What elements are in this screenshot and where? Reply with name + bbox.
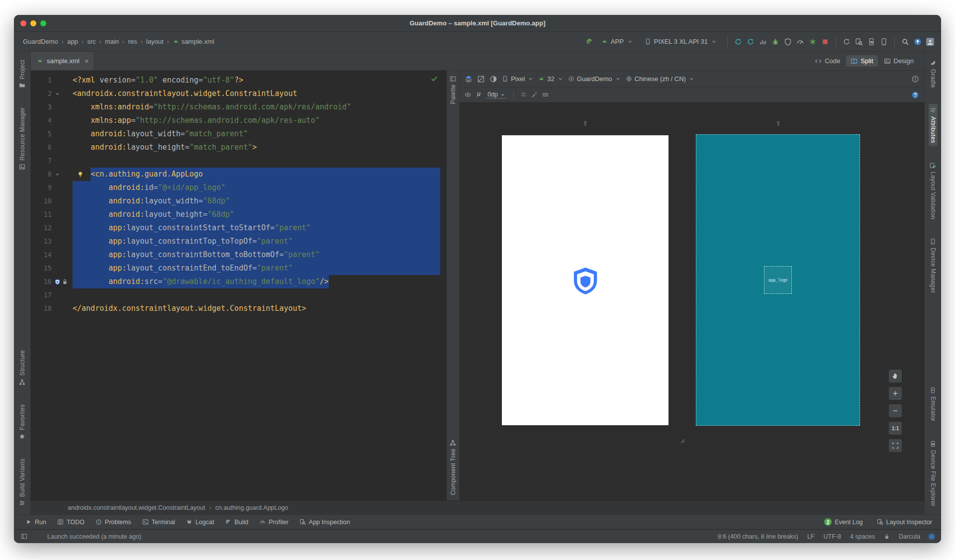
sidebar-item-attributes[interactable]: Attributes (929, 104, 938, 146)
view-mode-split[interactable]: Split (846, 55, 877, 67)
code-line-6[interactable]: 6 android:layout_height="match_parent"> (31, 141, 446, 154)
code-line-2[interactable]: 2<androidx.constraintlayout.widget.Const… (31, 87, 446, 100)
tool-window-button-logcat[interactable]: Logcat (182, 517, 219, 527)
editor-tab-sample-xml[interactable]: sample.xml × (31, 52, 95, 70)
indent-setting[interactable]: 4 spaces (850, 533, 875, 540)
lock-icon[interactable] (884, 534, 890, 540)
breadcrumb-item-res[interactable]: res (128, 38, 137, 45)
minimize-window-button[interactable] (30, 20, 36, 26)
search-icon[interactable] (901, 38, 909, 46)
code-line-4[interactable]: 4 xmlns:app="http://schemas.android.com/… (31, 114, 446, 127)
code-line-5[interactable]: 5 android:layout_width="match_parent" (31, 127, 446, 141)
view-mode-design[interactable]: Design (879, 55, 918, 67)
apply-code-changes-icon[interactable] (747, 38, 755, 46)
view-options-icon[interactable] (465, 92, 471, 98)
palette-tab[interactable]: Palette (450, 76, 457, 104)
sync-project-icon[interactable] (843, 38, 851, 46)
sidebar-item-build-variants[interactable]: Build Variants (18, 456, 27, 509)
issue-panel-icon[interactable] (911, 75, 919, 83)
component-tree-tab[interactable]: Component Tree (450, 440, 457, 495)
sidebar-item-gradle[interactable]: Gradle (929, 57, 938, 91)
design-surface-icon[interactable] (465, 75, 473, 83)
help-icon[interactable] (911, 91, 919, 99)
blueprint-preview[interactable]: app_logo (696, 134, 860, 426)
code-line-3[interactable]: 3 xmlns:android="http://schemas.android.… (31, 100, 446, 114)
tool-window-button-terminal[interactable]: Terminal (138, 517, 180, 527)
code-line-18[interactable]: 18</androidx.constraintlayout.widget.Con… (31, 302, 446, 315)
profile-app-icon[interactable] (759, 38, 767, 46)
default-margins-dropdown[interactable]: 0dp (486, 91, 507, 98)
code-line-8[interactable]: 8 <cn.authing.guard.AppLogo (31, 168, 446, 181)
breadcrumb-item-guarddemo[interactable]: GuardDemo (23, 38, 58, 45)
editor-breadcrumb-item[interactable]: androidx.constraintlayout.widget.Constra… (68, 504, 205, 511)
sidebar-item-layout-validation[interactable]: Layout Validation (929, 159, 938, 222)
code-line-14[interactable]: 14 app:layout_constraintBottom_toBottomO… (31, 248, 446, 262)
theme-name[interactable]: Darcula (899, 533, 920, 540)
close-window-button[interactable] (20, 20, 26, 26)
sidebar-item-project[interactable]: Project (18, 57, 27, 92)
sidebar-item-favorites[interactable]: Favorites (18, 401, 27, 443)
editor-breadcrumb-item[interactable]: cn.authing.guard.AppLogo (215, 504, 288, 511)
tool-window-button-problems[interactable]: Problems (91, 517, 136, 527)
infer-constraints-icon[interactable] (531, 92, 538, 98)
code-line-1[interactable]: 1<?xml version="1.0" encoding="utf-8"?> (31, 74, 446, 87)
code-line-15[interactable]: 15 app:layout_constraintEnd_toEndOf="par… (31, 262, 446, 275)
event-log-button[interactable]: 2 Event Log (822, 517, 864, 527)
zoom-out-button[interactable] (888, 404, 902, 418)
updates-icon[interactable] (914, 38, 922, 46)
sidebar-item-emulator[interactable]: Emulator (929, 384, 938, 424)
autoconnect-icon[interactable] (476, 92, 482, 98)
breadcrumb-item-src[interactable]: src (87, 38, 96, 45)
api-version-dropdown[interactable]: 32 (538, 75, 563, 83)
locale-dropdown[interactable]: Chinese (zh / CN) (626, 75, 695, 83)
caret-position[interactable]: 8:6 (400 chars, 8 line breaks) (718, 533, 798, 540)
device-for-preview-dropdown[interactable]: Pixel (502, 75, 534, 83)
code-line-16[interactable]: 16 android:src="@drawable/ic_authing_def… (31, 275, 446, 288)
zoom-in-button[interactable] (888, 386, 902, 400)
theme-dropdown[interactable]: GuardDemo (568, 75, 621, 83)
device-manager-icon[interactable] (880, 38, 888, 46)
attach-debugger-icon[interactable] (784, 38, 792, 46)
guidelines-icon[interactable] (520, 92, 527, 98)
stop-icon[interactable] (821, 38, 829, 46)
code-editor[interactable]: 1<?xml version="1.0" encoding="utf-8"?>2… (31, 71, 446, 500)
sidebar-item-resource-manager[interactable]: Resource Manager (18, 104, 27, 173)
pan-button[interactable] (888, 369, 902, 383)
zoom-window-button[interactable] (40, 20, 46, 26)
device-file-explorer-icon[interactable] (867, 38, 875, 46)
tab-close-icon[interactable]: × (85, 57, 89, 65)
code-line-10[interactable]: 10 android:layout_width="68dp" (31, 194, 446, 208)
layout-inspector-button[interactable]: Layout Inspector (875, 517, 934, 527)
code-line-13[interactable]: 13 app:layout_constraintTop_toTopOf="par… (31, 235, 446, 248)
tool-window-button-run[interactable]: Run (21, 517, 51, 527)
tool-window-button-build[interactable]: Build (220, 517, 253, 527)
sidebar-item-structure[interactable]: Structure (18, 347, 27, 388)
avatar[interactable] (926, 38, 934, 46)
view-mode-code[interactable]: Code (810, 55, 845, 67)
sidebar-item-device-manager[interactable]: Device Manager (929, 235, 938, 296)
design-preview[interactable] (502, 135, 668, 425)
build-icon[interactable] (585, 38, 593, 46)
update-indicator[interactable] (929, 534, 934, 539)
pack-selection-icon[interactable] (542, 92, 549, 98)
device-dropdown[interactable]: PIXEL 3 XL API 31 (641, 36, 721, 47)
layout-inspector-icon[interactable] (855, 38, 863, 46)
code-line-7[interactable]: 7 (31, 154, 446, 168)
code-line-9[interactable]: 9 android:id="@+id/app_logo" (31, 181, 446, 194)
breadcrumb-item-app[interactable]: app (67, 38, 78, 45)
profiler-icon[interactable] (796, 38, 804, 46)
night-mode-icon[interactable] (489, 75, 497, 83)
code-line-17[interactable]: 17 (31, 288, 446, 302)
file-encoding[interactable]: UTF-8 (823, 533, 841, 540)
run-config-dropdown[interactable]: APP (598, 36, 637, 47)
blueprint-widget-box[interactable]: app_logo (764, 266, 792, 294)
zoom-reset-button[interactable]: 1:1 (888, 421, 902, 435)
sidebar-item-device-file-explorer[interactable]: Device File Explorer (929, 438, 938, 509)
blueprint-mode-icon[interactable] (477, 75, 485, 83)
line-ending[interactable]: LF (807, 533, 815, 540)
resize-handle[interactable] (678, 437, 685, 444)
code-line-11[interactable]: 11 android:layout_height="68dp" (31, 208, 446, 221)
breadcrumb-item-sample-xml[interactable]: sample.xml (173, 38, 214, 45)
tool-window-button-todo[interactable]: TODO (53, 517, 89, 527)
code-line-12[interactable]: 12 app:layout_constraintStart_toStartOf=… (31, 221, 446, 235)
